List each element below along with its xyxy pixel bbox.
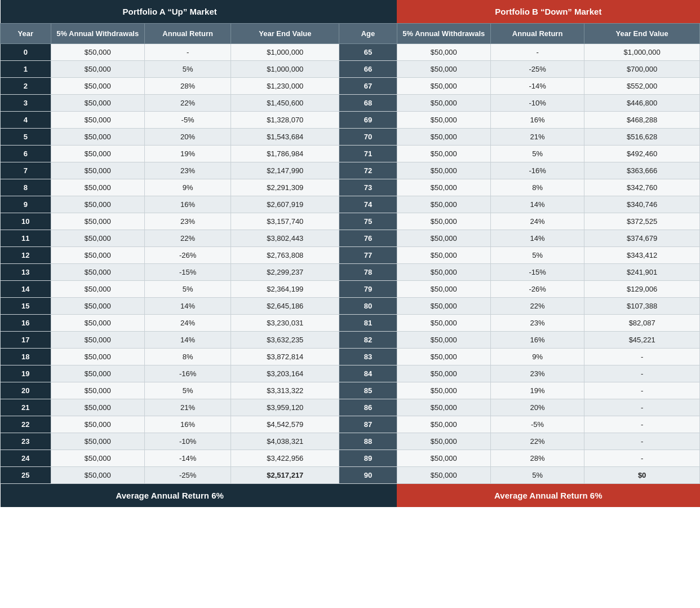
portfolio-a-header: Portfolio A “Up” Market	[1, 0, 339, 24]
cell-year-end-b: $343,412	[584, 247, 700, 264]
cell-withdrawal-b: $50,000	[397, 467, 490, 484]
cell-withdrawal-a: $50,000	[51, 44, 144, 61]
table-row: 11$50,00022%$3,802,44376$50,00014%$374,6…	[1, 230, 700, 247]
table-row: 8$50,0009%$2,291,30973$50,0008%$342,760	[1, 179, 700, 196]
cell-age: 84	[339, 365, 397, 382]
cell-return-a: -16%	[144, 365, 231, 382]
cell-withdrawal-b: $50,000	[397, 162, 490, 179]
cell-withdrawal-b: $50,000	[397, 179, 490, 196]
cell-year-end-b: -	[584, 349, 700, 365]
portfolio-b-header: Portfolio B “Down” Market	[397, 0, 699, 24]
cell-return-b: -16%	[490, 162, 584, 179]
table-row: 1$50,0005%$1,000,00066$50,000-25%$700,00…	[1, 61, 700, 78]
cell-year-end-a: $1,543,684	[231, 129, 339, 146]
cell-year-end-b: $374,679	[584, 230, 700, 247]
cell-year-end-a: $3,959,120	[231, 399, 339, 416]
cell-return-a: 14%	[144, 298, 231, 315]
cell-return-a: -15%	[144, 264, 231, 281]
cell-return-a: 16%	[144, 196, 231, 213]
cell-year: 19	[1, 365, 51, 382]
cell-return-b: 23%	[490, 315, 584, 332]
cell-year-end-b: -	[584, 433, 700, 450]
cell-year-end-a: $3,230,031	[231, 315, 339, 332]
cell-year: 12	[1, 247, 51, 264]
cell-year-end-a: $1,230,000	[231, 78, 339, 95]
cell-year: 3	[1, 95, 51, 112]
cell-withdrawal-a: $50,000	[51, 349, 144, 365]
cell-age: 66	[339, 61, 397, 78]
cell-return-b: 5%	[490, 247, 584, 264]
cell-year: 21	[1, 399, 51, 416]
cell-year-end-a: $3,872,814	[231, 349, 339, 365]
table-row: 9$50,00016%$2,607,91974$50,00014%$340,74…	[1, 196, 700, 213]
cell-year-end-b: -	[584, 382, 700, 399]
table-row: 14$50,0005%$2,364,19979$50,000-26%$129,0…	[1, 281, 700, 298]
cell-withdrawal-a: $50,000	[51, 332, 144, 349]
cell-return-b: 20%	[490, 399, 584, 416]
cell-year-end-b: -	[584, 416, 700, 433]
table-row: 6$50,00019%$1,786,98471$50,0005%$492,460	[1, 146, 700, 162]
cell-age: 65	[339, 44, 397, 61]
cell-age: 82	[339, 332, 397, 349]
cell-withdrawal-a: $50,000	[51, 213, 144, 230]
cell-return-b: 5%	[490, 146, 584, 162]
cell-return-a: 9%	[144, 179, 231, 196]
cell-return-b: 5%	[490, 467, 584, 484]
cell-year: 16	[1, 315, 51, 332]
cell-return-b: 14%	[490, 196, 584, 213]
cell-age: 71	[339, 146, 397, 162]
cell-return-a: 28%	[144, 78, 231, 95]
cell-withdrawal-b: $50,000	[397, 382, 490, 399]
cell-year-end-b: $45,221	[584, 332, 700, 349]
cell-year: 14	[1, 281, 51, 298]
cell-withdrawal-a: $50,000	[51, 467, 144, 484]
cell-age: 89	[339, 450, 397, 467]
cell-year-end-b: -	[584, 399, 700, 416]
table-row: 17$50,00014%$3,632,23582$50,00016%$45,22…	[1, 332, 700, 349]
cell-return-a: 22%	[144, 95, 231, 112]
cell-withdrawal-a: $50,000	[51, 382, 144, 399]
cell-year: 7	[1, 162, 51, 179]
table-row: 18$50,0008%$3,872,81483$50,0009%-	[1, 349, 700, 365]
cell-year-end-b: $241,901	[584, 264, 700, 281]
cell-withdrawal-b: $50,000	[397, 247, 490, 264]
cell-year-end-a: $2,364,199	[231, 281, 339, 298]
cell-withdrawal-b: $50,000	[397, 61, 490, 78]
table-body: 0$50,000-$1,000,00065$50,000-$1,000,0001…	[1, 44, 700, 484]
cell-return-b: 9%	[490, 349, 584, 365]
cell-withdrawal-a: $50,000	[51, 298, 144, 315]
cell-withdrawal-a: $50,000	[51, 129, 144, 146]
cell-withdrawal-b: $50,000	[397, 298, 490, 315]
cell-age: 81	[339, 315, 397, 332]
cell-return-a: 21%	[144, 399, 231, 416]
cell-year: 6	[1, 146, 51, 162]
cell-return-a: 5%	[144, 61, 231, 78]
cell-return-a: 19%	[144, 146, 231, 162]
cell-age: 85	[339, 382, 397, 399]
cell-return-a: 23%	[144, 162, 231, 179]
table-row: 16$50,00024%$3,230,03181$50,00023%$82,08…	[1, 315, 700, 332]
table-row: 0$50,000-$1,000,00065$50,000-$1,000,000	[1, 44, 700, 61]
table-row: 2$50,00028%$1,230,00067$50,000-14%$552,0…	[1, 78, 700, 95]
cell-withdrawal-b: $50,000	[397, 365, 490, 382]
cell-year: 23	[1, 433, 51, 450]
cell-year-end-a: $2,147,990	[231, 162, 339, 179]
cell-year: 25	[1, 467, 51, 484]
col-return-b: Annual Return	[490, 24, 584, 44]
cell-year: 10	[1, 213, 51, 230]
cell-year-end-a: $1,786,984	[231, 146, 339, 162]
cell-year: 9	[1, 196, 51, 213]
cell-age: 68	[339, 95, 397, 112]
cell-withdrawal-b: $50,000	[397, 213, 490, 230]
cell-withdrawal-b: $50,000	[397, 281, 490, 298]
table-row: 23$50,000-10%$4,038,32188$50,00022%-	[1, 433, 700, 450]
cell-year-end-a: $1,328,070	[231, 112, 339, 129]
cell-year-end-a: $2,517,217	[231, 467, 339, 484]
cell-age: 86	[339, 399, 397, 416]
col-return-a: Annual Return	[144, 24, 231, 44]
cell-year-end-b: $0	[584, 467, 700, 484]
table-row: 20$50,0005%$3,313,32285$50,00019%-	[1, 382, 700, 399]
cell-return-a: 16%	[144, 416, 231, 433]
cell-year-end-b: $107,388	[584, 298, 700, 315]
cell-return-b: 28%	[490, 450, 584, 467]
